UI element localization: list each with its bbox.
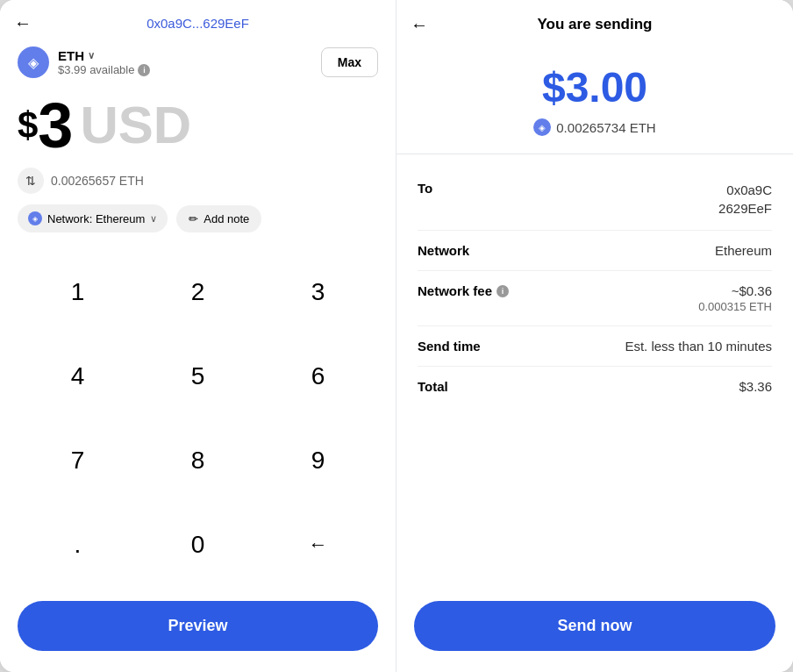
key-0[interactable]: 0 bbox=[138, 503, 258, 587]
right-back-button[interactable]: ← bbox=[411, 15, 428, 35]
right-panel: ← You are sending $3.00 ◈ 0.00265734 ETH… bbox=[396, 0, 793, 672]
key-7[interactable]: 7 bbox=[18, 418, 138, 503]
add-note-label: Add note bbox=[204, 212, 249, 225]
send-eth-amount: 0.00265734 ETH bbox=[556, 120, 655, 135]
network-row: Network Ethereum bbox=[418, 231, 772, 271]
to-label: To bbox=[418, 181, 432, 196]
token-balance: $3.99 available i bbox=[58, 63, 150, 76]
fee-info-icon[interactable]: i bbox=[497, 285, 509, 297]
send-time-row: Send time Est. less than 10 minutes bbox=[418, 326, 772, 367]
max-button[interactable]: Max bbox=[321, 47, 378, 77]
fee-usd-value: ~$0.36 bbox=[698, 283, 772, 298]
details-section: To 0x0a9C 2629EeF Network Ethereum Netwo… bbox=[396, 154, 793, 590]
convert-icon[interactable]: ⇅ bbox=[18, 168, 44, 194]
eth-equivalent: 0.00265657 ETH bbox=[51, 174, 144, 188]
send-amount-section: $3.00 ◈ 0.00265734 ETH bbox=[396, 42, 793, 154]
pencil-icon: ✏ bbox=[189, 212, 198, 225]
key-8[interactable]: 8 bbox=[138, 418, 258, 503]
fee-label: Network fee bbox=[418, 283, 492, 298]
amount-number: 3 bbox=[38, 94, 73, 157]
send-now-button[interactable]: Send now bbox=[414, 601, 775, 651]
key-2[interactable]: 2 bbox=[138, 250, 258, 334]
key-dot[interactable]: . bbox=[18, 503, 138, 587]
keypad: 1 2 3 4 5 6 7 8 9 . 0 ← bbox=[0, 247, 396, 590]
fee-value-col: ~$0.36 0.000315 ETH bbox=[698, 283, 772, 313]
network-chevron-icon: ∨ bbox=[150, 213, 157, 225]
send-eth-row: ◈ 0.00265734 ETH bbox=[533, 118, 655, 136]
left-panel: ← 0x0a9C...629EeF ◈ ETH ∨ $3.99 availabl… bbox=[0, 0, 396, 672]
left-back-button[interactable]: ← bbox=[14, 13, 32, 33]
balance-info-icon[interactable]: i bbox=[138, 64, 150, 76]
options-row: ◈ Network: Ethereum ∨ ✏ Add note bbox=[0, 204, 396, 247]
address-link[interactable]: 0x0a9C...629EeF bbox=[146, 16, 249, 31]
key-9[interactable]: 9 bbox=[258, 418, 378, 503]
key-1[interactable]: 1 bbox=[18, 250, 138, 334]
network-label: Network: Ethereum bbox=[47, 212, 145, 225]
network-button[interactable]: ◈ Network: Ethereum ∨ bbox=[18, 204, 168, 232]
send-usd-amount: $3.00 bbox=[542, 63, 647, 111]
to-address-line2: 2629EeF bbox=[718, 199, 772, 218]
preview-button[interactable]: Preview bbox=[18, 601, 378, 651]
to-row: To 0x0a9C 2629EeF bbox=[418, 168, 772, 231]
eth-logo-icon: ◈ bbox=[18, 46, 49, 78]
right-title: You are sending bbox=[538, 16, 653, 33]
fee-eth-value: 0.000315 ETH bbox=[698, 300, 772, 313]
fee-label-row: Network fee i bbox=[418, 283, 509, 298]
fee-row: Network fee i ~$0.36 0.000315 ETH bbox=[418, 271, 772, 326]
network-detail-label: Network bbox=[418, 243, 469, 258]
add-note-button[interactable]: ✏ Add note bbox=[176, 205, 261, 232]
send-time-label: Send time bbox=[418, 339, 481, 354]
amount-display: $ 3 USD bbox=[0, 85, 396, 161]
to-address: 0x0a9C 2629EeF bbox=[718, 181, 772, 218]
network-detail-value: Ethereum bbox=[715, 243, 772, 258]
total-value: $3.36 bbox=[739, 379, 772, 394]
amount-currency: USD bbox=[80, 99, 191, 152]
total-label: Total bbox=[418, 379, 448, 394]
convert-row: ⇅ 0.00265657 ETH bbox=[0, 161, 396, 204]
token-name-label: ETH bbox=[58, 48, 84, 63]
left-header: ← 0x0a9C...629EeF bbox=[0, 0, 396, 39]
key-3[interactable]: 3 bbox=[258, 250, 378, 334]
token-text: ETH ∨ $3.99 available i bbox=[58, 48, 150, 76]
send-time-value: Est. less than 10 minutes bbox=[625, 339, 772, 354]
key-6[interactable]: 6 bbox=[258, 334, 378, 418]
total-row: Total $3.36 bbox=[418, 367, 772, 406]
token-info: ◈ ETH ∨ $3.99 available i bbox=[18, 46, 150, 78]
send-eth-icon: ◈ bbox=[533, 118, 551, 136]
token-name-row[interactable]: ETH ∨ bbox=[58, 48, 150, 63]
dollar-sign: $ bbox=[18, 107, 38, 144]
key-5[interactable]: 5 bbox=[138, 334, 258, 418]
key-4[interactable]: 4 bbox=[18, 334, 138, 418]
token-row: ◈ ETH ∨ $3.99 available i Max bbox=[0, 39, 396, 85]
to-address-line1: 0x0a9C bbox=[718, 181, 772, 199]
key-backspace[interactable]: ← bbox=[258, 503, 378, 587]
right-header: ← You are sending bbox=[396, 0, 793, 42]
network-eth-icon: ◈ bbox=[28, 211, 42, 225]
token-chevron-icon: ∨ bbox=[88, 50, 95, 61]
